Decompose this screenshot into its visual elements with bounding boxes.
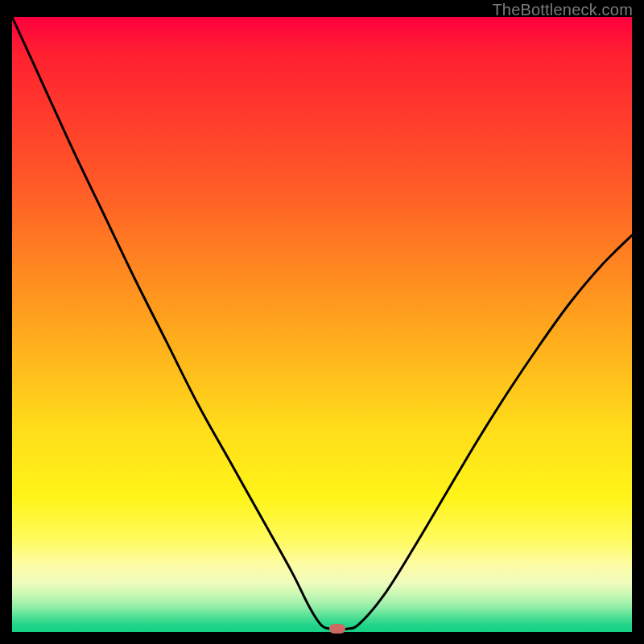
bottleneck-curve <box>12 17 632 632</box>
optimum-marker <box>329 624 345 634</box>
chart-frame: TheBottleneck.com <box>0 0 644 644</box>
plot-area <box>12 17 632 632</box>
curve-path <box>12 17 632 630</box>
attribution-label: TheBottleneck.com <box>492 1 633 19</box>
